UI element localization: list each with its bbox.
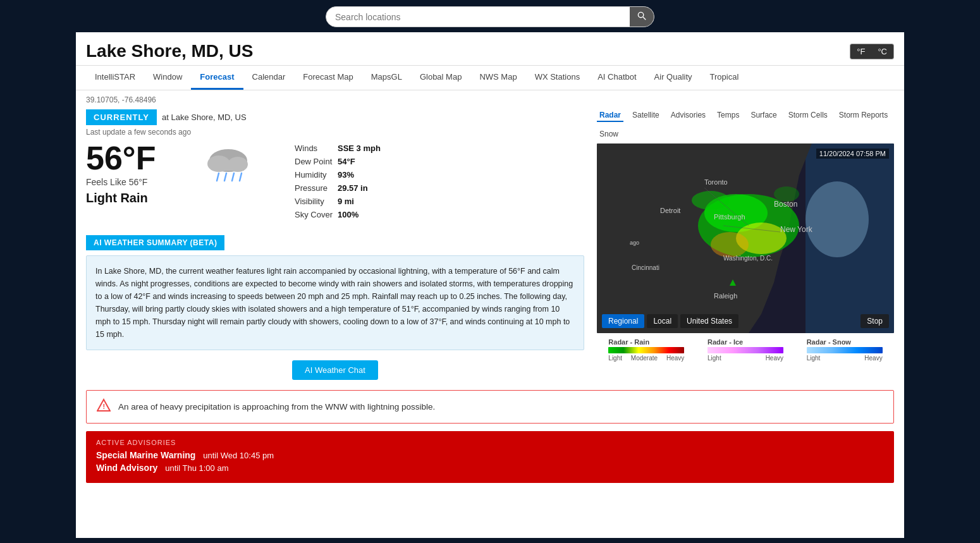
advisory-time-1: until Thu 1:00 am	[165, 463, 228, 473]
unit-c-button[interactable]: °C	[871, 44, 893, 59]
condition-label: Light Rain	[86, 191, 187, 205]
rain-heavy-label: Heavy	[666, 355, 684, 362]
tab-air-quality[interactable]: Air Quality	[646, 66, 701, 90]
svg-line-8	[232, 173, 234, 181]
svg-text:Cincinnati: Cincinnati	[632, 264, 659, 271]
radar-tab-satellite[interactable]: Satellite	[630, 109, 662, 122]
search-input[interactable]	[326, 8, 630, 26]
ice-light-label: Light	[707, 355, 721, 362]
svg-line-7	[224, 173, 226, 181]
tab-tropical[interactable]: Tropical	[701, 66, 748, 90]
radar-local-button[interactable]: Local	[647, 314, 678, 328]
ice-legend: Radar - Ice Light Heavy	[707, 338, 783, 362]
tab-wx-stations[interactable]: WX Stations	[526, 66, 589, 90]
svg-text:Detroit: Detroit	[660, 207, 680, 214]
tab-calendar[interactable]: Calendar	[243, 66, 295, 90]
tab-mapsgl[interactable]: MapsGL	[362, 66, 411, 90]
radar-tab-storm-reports[interactable]: Storm Reports	[836, 109, 890, 122]
unit-toggle: °F °C	[850, 44, 894, 59]
radar-regional-button[interactable]: Regional	[602, 314, 644, 328]
radar-stop-button[interactable]: Stop	[861, 314, 889, 328]
weather-main: 56°F Feels Like 56°F Light Rain	[86, 142, 584, 221]
snow-legend-bar	[807, 347, 883, 353]
radar-tab-radar[interactable]: Radar	[597, 109, 623, 122]
advisory-label-0: Special Marine Warning	[96, 450, 195, 460]
radar-tabs: Radar Satellite Advisories Temps Surface…	[597, 109, 894, 140]
weather-icon	[200, 142, 257, 186]
svg-point-15	[711, 232, 749, 257]
search-icon	[637, 11, 646, 20]
ai-summary-badge: AI WEATHER SUMMARY (BETA)	[86, 235, 224, 250]
svg-text:Toronto: Toronto	[704, 178, 728, 186]
dew-point-label: Dew Point	[295, 155, 338, 168]
alert-message: An area of heavy precipitation is approa…	[118, 402, 435, 412]
radar-timestamp: 11/20/2024 07:58 PM	[816, 149, 889, 159]
main-content: Lake Shore, MD, US °F °C IntelliSTAR Win…	[76, 32, 904, 538]
advisories-title: ACTIVE ADVISORIES	[96, 439, 884, 446]
svg-text:Washington, D.C.: Washington, D.C.	[723, 255, 773, 262]
svg-line-9	[240, 173, 242, 181]
search-button[interactable]	[630, 7, 654, 27]
winds-label: Winds	[295, 142, 338, 155]
tab-ai-chatbot[interactable]: AI Chatbot	[589, 66, 645, 90]
humidity-label: Humidity	[295, 168, 338, 181]
svg-rect-5	[212, 163, 244, 171]
svg-text:Boston: Boston	[774, 200, 797, 209]
radar-legend: Radar - Rain Light Moderate Heavy Radar …	[597, 338, 894, 362]
radar-tab-advisories[interactable]: Advisories	[668, 109, 708, 122]
pressure-value: 29.57 in	[338, 181, 386, 195]
radar-tab-surface[interactable]: Surface	[748, 109, 779, 122]
currently-badge: CURRENTLY	[86, 109, 157, 125]
feels-like: Feels Like 56°F	[86, 177, 187, 187]
rain-legend-bar	[608, 347, 684, 353]
radar-tab-storm-cells[interactable]: Storm Cells	[786, 109, 830, 122]
location-title: Lake Shore, MD, US	[86, 41, 254, 61]
radar-us-button[interactable]: United States	[680, 314, 738, 328]
rain-moderate-label: Moderate	[631, 355, 658, 362]
tab-global-map[interactable]: Global Map	[411, 66, 470, 90]
snow-legend: Radar - Snow Light Heavy	[807, 338, 883, 362]
rain-legend: Radar - Rain Light Moderate Heavy	[608, 338, 684, 362]
radar-map: Toronto Detroit ago Pittsburgh Boston Ne…	[597, 143, 894, 333]
svg-text:New York: New York	[780, 225, 813, 234]
tab-intellistar[interactable]: IntelliSTAR	[86, 66, 144, 90]
advisories-box: ACTIVE ADVISORIES Special Marine Warning…	[86, 431, 894, 483]
nav-tabs: IntelliSTAR Window Forecast Calendar For…	[76, 66, 904, 90]
humidity-value: 93%	[338, 168, 386, 181]
coordinates: 39.10705, -76.48496	[76, 90, 904, 109]
temperature: 56°F	[86, 142, 187, 174]
tab-forecast[interactable]: Forecast	[191, 66, 243, 90]
currently-location: at Lake Shore, MD, US	[162, 113, 247, 122]
tab-window[interactable]: Window	[144, 66, 191, 90]
svg-line-6	[217, 173, 219, 181]
radar-tab-temps[interactable]: Temps	[714, 109, 742, 122]
weather-details: Winds SSE 3 mph Dew Point 54°F Humidity …	[295, 142, 386, 221]
snow-heavy-label: Heavy	[864, 355, 882, 362]
tab-forecast-map[interactable]: Forecast Map	[294, 66, 362, 90]
svg-line-1	[643, 17, 646, 20]
advisory-time-0: until Wed 10:45 pm	[203, 451, 274, 460]
last-update: Last update a few seconds ago	[86, 128, 584, 137]
tab-nws-map[interactable]: NWS Map	[470, 66, 525, 90]
svg-text:Pittsburgh: Pittsburgh	[714, 213, 745, 221]
temp-block: 56°F Feels Like 56°F Light Rain	[86, 142, 187, 205]
snow-legend-scale: Light Heavy	[807, 355, 883, 362]
alert-icon: !	[97, 398, 111, 415]
svg-point-0	[638, 12, 643, 17]
pressure-label: Pressure	[295, 181, 338, 195]
visibility-label: Visibility	[295, 195, 338, 208]
advisory-label-1: Wind Advisory	[96, 463, 157, 473]
radar-tab-snow[interactable]: Snow	[597, 128, 621, 140]
ai-chat-button[interactable]: AI Weather Chat	[292, 360, 378, 380]
svg-text:!: !	[103, 403, 106, 410]
rain-legend-label: Radar - Rain	[608, 338, 649, 346]
rain-cloud-icon	[200, 142, 257, 186]
ai-summary-text: In Lake Shore, MD, the current weather f…	[86, 255, 584, 350]
ice-heavy-label: Heavy	[766, 355, 783, 362]
unit-f-button[interactable]: °F	[850, 44, 871, 59]
right-panel: Radar Satellite Advisories Temps Surface…	[597, 109, 894, 380]
ice-legend-bar	[707, 347, 783, 353]
dew-point-value: 54°F	[338, 155, 386, 168]
winds-value: SSE 3 mph	[338, 142, 386, 155]
location-header: Lake Shore, MD, US °F °C	[76, 32, 904, 66]
